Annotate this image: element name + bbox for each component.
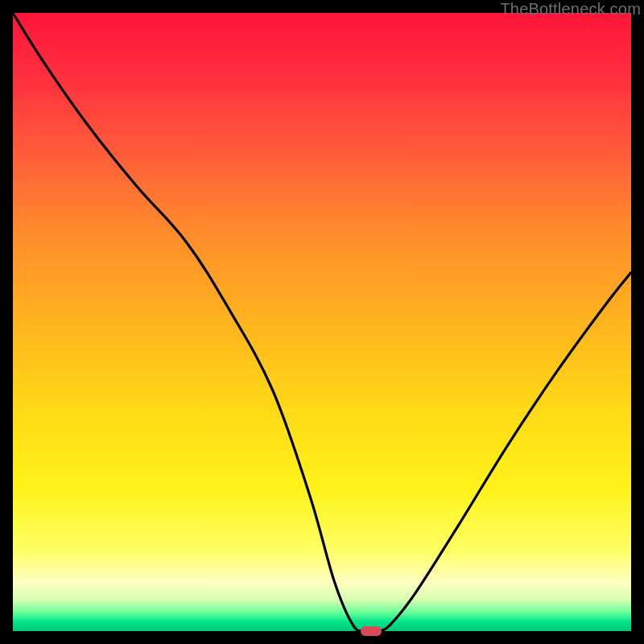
bottleneck-curve — [13, 13, 631, 631]
plot-area — [13, 13, 631, 631]
optimal-marker — [361, 626, 382, 636]
chart-container: TheBottleneck.com — [0, 0, 644, 644]
watermark-text: TheBottleneck.com — [500, 0, 641, 19]
